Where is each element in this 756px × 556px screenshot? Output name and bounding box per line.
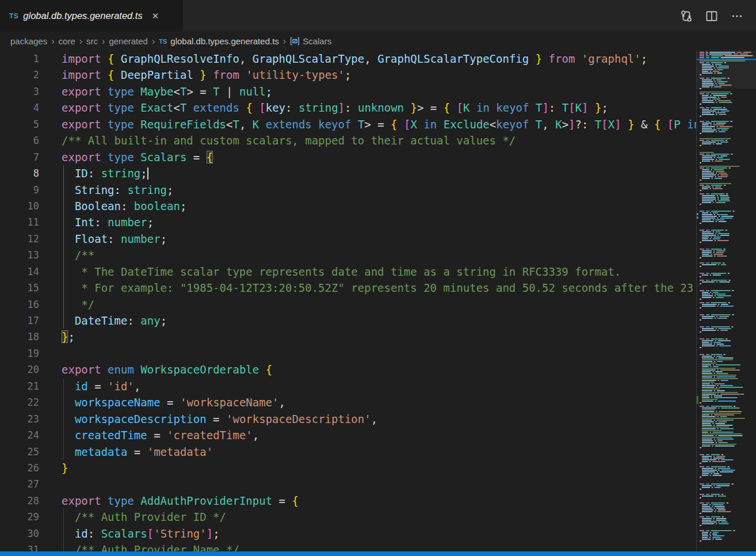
code-line-30[interactable]: 30 id: Scalars['String'];: [0, 525, 696, 542]
line-number-27[interactable]: 27: [0, 476, 39, 492]
code-line-29[interactable]: 29 /** Auth Provider ID */: [0, 509, 696, 525]
code-line-1[interactable]: 1import { GraphQLResolveInfo, GraphQLSca…: [0, 51, 696, 67]
chevron-right-icon: ›: [283, 36, 286, 47]
line-number-26[interactable]: 26: [0, 460, 39, 476]
breadcrumb-item-core[interactable]: core: [59, 36, 75, 46]
code-line-2[interactable]: 2import { DeepPartial } from 'utility-ty…: [0, 67, 696, 83]
indent-guide: [63, 444, 64, 460]
line-number-22[interactable]: 22: [0, 394, 39, 410]
line-number-7[interactable]: 7: [0, 149, 39, 165]
chevron-right-icon: ›: [152, 36, 155, 47]
indent-guide: [63, 542, 64, 551]
line-number-25[interactable]: 25: [0, 444, 39, 460]
line-number-31[interactable]: 31: [0, 542, 39, 551]
line-number-17[interactable]: 17: [0, 313, 39, 329]
line-number-14[interactable]: 14: [0, 264, 39, 280]
tab-bar: TS global.db.types.generated.ts ✕: [0, 0, 756, 32]
breadcrumb-file[interactable]: TS global.db.types.generated.ts: [159, 36, 279, 46]
breadcrumb-symbol-scalars[interactable]: Scalars: [290, 36, 331, 46]
indent-guide: [63, 296, 64, 313]
code-line-21[interactable]: 21 id = 'id',: [0, 378, 696, 394]
line-number-30[interactable]: 30: [0, 525, 39, 542]
code-editor[interactable]: 1import { GraphQLResolveInfo, GraphQLSca…: [0, 51, 696, 551]
chevron-right-icon: ›: [102, 36, 105, 47]
code-line-12[interactable]: 12 Float: number;: [0, 231, 696, 247]
code-line-8[interactable]: 8 ID: string;: [0, 165, 696, 181]
indent-guide: [63, 525, 64, 542]
line-number-23[interactable]: 23: [0, 411, 39, 427]
line-number-1[interactable]: 1: [0, 51, 39, 67]
indent-guide: [63, 313, 64, 329]
code-line-4[interactable]: 4export type Exact<T extends { [key: str…: [0, 100, 696, 116]
symbol-type-icon: [290, 36, 300, 46]
indent-guide: [63, 280, 64, 296]
breadcrumb-item-packages[interactable]: packages: [10, 36, 47, 46]
code-line-19[interactable]: 19: [0, 345, 696, 361]
code-line-24[interactable]: 24 createdTime = 'createdTime',: [0, 427, 696, 443]
line-number-21[interactable]: 21: [0, 378, 39, 394]
line-number-11[interactable]: 11: [0, 214, 39, 230]
git-compare-icon[interactable]: [678, 7, 695, 25]
line-number-8[interactable]: 8: [0, 165, 39, 181]
minimap[interactable]: [696, 51, 756, 551]
line-number-6[interactable]: 6: [0, 132, 39, 148]
code-line-9[interactable]: 9 String: string;: [0, 182, 696, 198]
line-number-13[interactable]: 13: [0, 247, 39, 263]
indent-guide: [63, 394, 64, 410]
code-line-11[interactable]: 11 Int: number;: [0, 214, 696, 230]
line-number-12[interactable]: 12: [0, 231, 39, 247]
code-line-3[interactable]: 3export type Maybe<T> = T | null;: [0, 83, 696, 100]
indent-guide: [63, 214, 64, 230]
breadcrumb-item-generated[interactable]: generated: [109, 36, 148, 46]
line-number-28[interactable]: 28: [0, 493, 39, 509]
chevron-right-icon: ›: [79, 36, 82, 47]
code-line-16[interactable]: 16 */: [0, 296, 696, 313]
line-number-24[interactable]: 24: [0, 427, 39, 443]
line-number-16[interactable]: 16: [0, 296, 39, 313]
breadcrumb-file-label: global.db.types.generated.ts: [170, 36, 278, 46]
code-line-14[interactable]: 14 * The DateTime scalar type represents…: [0, 264, 696, 280]
ts-icon: TS: [9, 12, 18, 20]
code-line-18[interactable]: 18};: [0, 329, 696, 345]
code-line-6[interactable]: 6/** All built-in and custom scalars, ma…: [0, 132, 696, 148]
tab-label: global.db.types.generated.ts: [23, 10, 142, 21]
code-line-5[interactable]: 5export type RequireFields<T, K extends …: [0, 116, 696, 132]
code-line-27[interactable]: 27: [0, 476, 696, 492]
line-number-9[interactable]: 9: [0, 182, 39, 198]
line-number-3[interactable]: 3: [0, 83, 39, 100]
code-line-26[interactable]: 26}: [0, 460, 696, 476]
code-line-13[interactable]: 13 /**: [0, 247, 696, 263]
close-icon[interactable]: ✕: [150, 10, 162, 22]
line-number-29[interactable]: 29: [0, 509, 39, 525]
line-number-18[interactable]: 18: [0, 329, 39, 345]
code-line-20[interactable]: 20export enum WorkspaceOrderable {: [0, 361, 696, 378]
line-number-4[interactable]: 4: [0, 100, 39, 116]
split-editor-icon[interactable]: [703, 7, 720, 25]
line-number-19[interactable]: 19: [0, 345, 39, 361]
line-number-10[interactable]: 10: [0, 198, 39, 214]
code-line-31[interactable]: 31 /** Auth Provider Name */: [0, 542, 696, 551]
line-number-2[interactable]: 2: [0, 67, 39, 83]
code-line-7[interactable]: 7export type Scalars = {: [0, 149, 696, 165]
ellipsis-icon[interactable]: [728, 7, 746, 25]
indent-guide: [63, 198, 64, 214]
ts-icon: TS: [159, 38, 167, 45]
line-number-15[interactable]: 15: [0, 280, 39, 296]
code-line-15[interactable]: 15 * For example: "1985-04-12T23:20:50.5…: [0, 280, 696, 296]
status-progress-bar: [0, 551, 756, 556]
tab-global-db-types-generated[interactable]: TS global.db.types.generated.ts ✕: [0, 0, 183, 32]
indent-guide: [63, 264, 64, 280]
line-number-20[interactable]: 20: [0, 361, 39, 378]
line-number-5[interactable]: 5: [0, 116, 39, 132]
code-line-25[interactable]: 25 metadata = 'metadata': [0, 444, 696, 460]
code-line-23[interactable]: 23 workspaceDescription = 'workspaceDesc…: [0, 411, 696, 427]
indent-guide: [63, 427, 64, 443]
code-line-17[interactable]: 17 DateTime: any;: [0, 313, 696, 329]
breadcrumb-item-src[interactable]: src: [86, 36, 98, 46]
indent-guide: [63, 378, 64, 394]
code-line-28[interactable]: 28export type AddAuthProviderInput = {: [0, 493, 696, 509]
code-line-10[interactable]: 10 Boolean: boolean;: [0, 198, 696, 214]
code-line-22[interactable]: 22 workspaceName = 'workspaceName',: [0, 394, 696, 410]
indent-guide: [63, 165, 64, 181]
indent-guide: [63, 411, 64, 427]
